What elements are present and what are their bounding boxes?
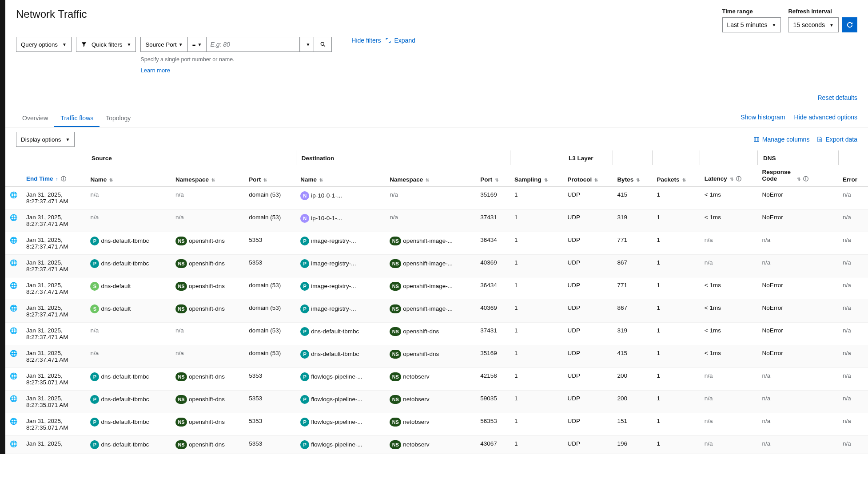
col-dst-port[interactable]: Port⇅ xyxy=(476,165,510,187)
cell-end-time: Jan 31, 2025,8:27:37.471 AM xyxy=(22,323,86,345)
cell-packets: 1 xyxy=(653,413,700,436)
table-row[interactable]: 🌐 Jan 31, 2025,8:27:37.471 AM Sdns-defau… xyxy=(5,300,868,323)
resource-badge-p: P xyxy=(90,259,99,268)
cell-response-code: n/a xyxy=(758,413,827,436)
col-bytes[interactable]: Bytes⇅ xyxy=(613,165,652,187)
cell-bytes: 319 xyxy=(613,209,652,232)
help-icon[interactable]: ⓘ xyxy=(803,176,808,182)
sort-icon: ⇅ xyxy=(211,178,215,182)
svg-point-0 xyxy=(321,42,324,45)
refresh-interval-value: 15 seconds xyxy=(793,21,825,28)
cell-bytes: 196 xyxy=(613,436,652,454)
cell-protocol: UDP xyxy=(563,277,613,300)
col-response-code[interactable]: Response Code⇅ⓘ xyxy=(758,165,827,187)
cell-bytes: 867 xyxy=(613,255,652,277)
sort-icon: ⇅ xyxy=(426,178,429,182)
learn-more-link[interactable]: Learn more xyxy=(140,67,332,74)
globe-icon: 🌐 xyxy=(10,282,17,289)
globe-icon: 🌐 xyxy=(10,327,17,334)
time-range-select[interactable]: Last 5 minutes ▼ xyxy=(722,17,781,32)
left-rail xyxy=(0,0,5,454)
hide-advanced-options-button[interactable]: Hide advanced options xyxy=(794,114,857,121)
tab-topology[interactable]: Topology xyxy=(100,110,137,127)
cell-error: n/a xyxy=(838,436,868,454)
hide-filters-button[interactable]: Hide filters xyxy=(351,37,381,44)
cell-dst-name: Pflowlogs-pipeline-... xyxy=(296,413,385,436)
tab-overview[interactable]: Overview xyxy=(16,110,54,127)
table-row[interactable]: 🌐 Jan 31, 2025,8:27:37.471 AM n/a n/a do… xyxy=(5,323,868,345)
expand-button[interactable]: Expand xyxy=(385,37,415,44)
col-latency[interactable]: Latency⇅ⓘ xyxy=(700,165,758,187)
refresh-interval-select[interactable]: 15 seconds ▼ xyxy=(788,17,839,32)
resource-badge-ns: NS xyxy=(390,395,401,404)
table-row[interactable]: 🌐 Jan 31, 2025,8:27:37.471 AM n/a n/a do… xyxy=(5,187,868,209)
table-row[interactable]: 🌐 Jan 31, 2025,8:27:37.471 AM n/a n/a do… xyxy=(5,345,868,368)
col-dst-namespace[interactable]: Namespace⇅ xyxy=(385,165,476,187)
table-row[interactable]: 🌐 Jan 31, 2025,8:27:37.471 AM Pdns-defau… xyxy=(5,232,868,255)
filter-search-button[interactable] xyxy=(314,37,332,52)
cell-latency: n/a xyxy=(700,255,758,277)
table-row[interactable]: 🌐 Jan 31, 2025, Pdns-default-tbmbc NSope… xyxy=(5,436,868,454)
refresh-button[interactable] xyxy=(842,17,857,32)
quick-filters-button[interactable]: Quick filters ▼ xyxy=(76,37,136,52)
resource-badge-p: P xyxy=(300,282,309,291)
cell-src-name: Sdns-default xyxy=(86,300,171,323)
help-icon[interactable]: ⓘ xyxy=(61,176,66,182)
search-icon xyxy=(320,41,326,47)
col-packets[interactable]: Packets⇅ xyxy=(653,165,700,187)
help-icon[interactable]: ⓘ xyxy=(736,176,741,182)
filter-icon xyxy=(81,41,87,47)
cell-packets: 1 xyxy=(653,255,700,277)
expand-label: Expand xyxy=(394,37,415,44)
cell-dst-port: 56353 xyxy=(476,413,510,436)
resource-badge-ns: NS xyxy=(390,327,401,336)
table-row[interactable]: 🌐 Jan 31, 2025,8:27:37.471 AM Pdns-defau… xyxy=(5,255,868,277)
table-row[interactable]: 🌐 Jan 31, 2025,8:27:35.071 AM Pdns-defau… xyxy=(5,391,868,413)
col-dst-name[interactable]: Name⇅ xyxy=(296,165,385,187)
table-row[interactable]: 🌐 Jan 31, 2025,8:27:37.471 AM n/a n/a do… xyxy=(5,209,868,232)
cell-dst-name: Pimage-registry-... xyxy=(296,255,385,277)
table-row[interactable]: 🌐 Jan 31, 2025,8:27:37.471 AM Sdns-defau… xyxy=(5,277,868,300)
cell-sampling: 1 xyxy=(510,436,563,454)
cell-dst-port: 43067 xyxy=(476,436,510,454)
cell-latency: < 1ms xyxy=(700,323,758,345)
col-src-name[interactable]: Name⇅ xyxy=(86,165,171,187)
columns-icon xyxy=(753,136,760,142)
col-protocol[interactable]: Protocol⇅ xyxy=(563,165,613,187)
resource-badge-ns: NS xyxy=(175,395,187,404)
export-data-button[interactable]: Export data xyxy=(816,136,857,143)
sort-icon: ⇅ xyxy=(797,177,800,182)
filter-value-input[interactable] xyxy=(207,37,300,52)
tab-traffic-flows[interactable]: Traffic flows xyxy=(54,110,100,127)
cell-protocol: UDP xyxy=(563,300,613,323)
sort-icon: ⇅ xyxy=(495,178,498,182)
refresh-icon xyxy=(847,22,853,28)
cell-dst-port: 42158 xyxy=(476,368,510,391)
show-histogram-button[interactable]: Show histogram xyxy=(741,114,785,121)
col-error[interactable]: Error xyxy=(838,165,868,187)
cell-response-code: NoError xyxy=(758,277,827,300)
filter-value-dropdown[interactable]: ▼ xyxy=(300,37,314,52)
reset-defaults-button[interactable]: Reset defaults xyxy=(818,94,858,101)
col-sampling[interactable]: Sampling⇅ xyxy=(510,165,563,187)
table-row[interactable]: 🌐 Jan 31, 2025,8:27:35.071 AM Pdns-defau… xyxy=(5,368,868,391)
col-end-time[interactable]: End Time↑ⓘ xyxy=(22,165,86,187)
filter-op-select[interactable]: = ▼ xyxy=(188,37,207,52)
cell-src-namespace: NSopenshift-dns xyxy=(171,300,244,323)
cell-src-port: 5353 xyxy=(244,413,296,436)
filter-field-select[interactable]: Source Port ▼ xyxy=(140,37,187,52)
col-src-port[interactable]: Port⇅ xyxy=(244,165,296,187)
query-options-button[interactable]: Query options ▼ xyxy=(16,37,72,52)
svg-rect-2 xyxy=(754,137,759,141)
cell-dst-port: 40369 xyxy=(476,300,510,323)
resource-badge-p: P xyxy=(300,395,309,404)
manage-columns-button[interactable]: Manage columns xyxy=(753,136,810,143)
col-src-namespace[interactable]: Namespace⇅ xyxy=(171,165,244,187)
cell-src-name: n/a xyxy=(86,345,171,368)
display-options-button[interactable]: Display options ▼ xyxy=(16,132,75,147)
cell-packets: 1 xyxy=(653,345,700,368)
cell-response-code: n/a xyxy=(758,368,827,391)
table-row[interactable]: 🌐 Jan 31, 2025,8:27:35.071 AM Pdns-defau… xyxy=(5,413,868,436)
sort-icon: ⇅ xyxy=(636,178,640,182)
cell-error: n/a xyxy=(838,323,868,345)
